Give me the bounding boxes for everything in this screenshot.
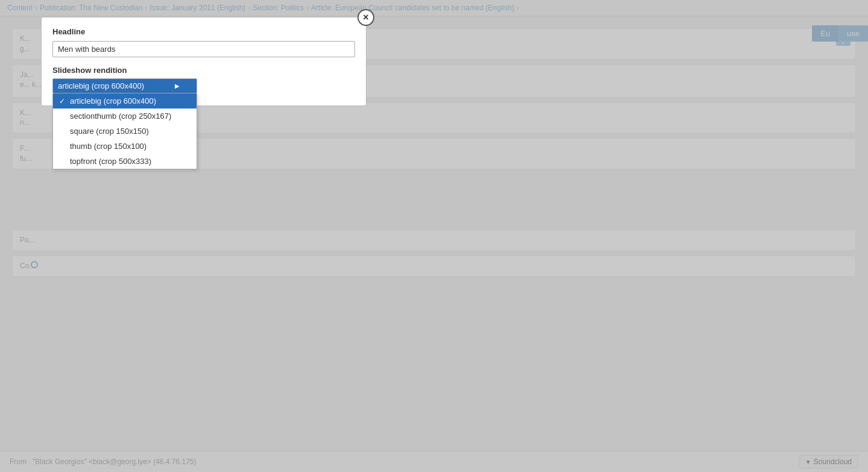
option-label-square: square (crop 150x150): [70, 127, 149, 136]
headline-input[interactable]: [52, 41, 355, 57]
selected-option-label: articlebig (crop 600x400): [58, 81, 144, 90]
dropdown-option-articlebig[interactable]: ✓ articlebig (crop 600x400): [53, 93, 197, 109]
checkmark-icon: ✓: [59, 97, 68, 105]
dropdown-option-sectionthumb[interactable]: sectionthumb (crop 250x167): [53, 109, 197, 124]
option-label-articlebig: articlebig (crop 600x400): [70, 96, 156, 105]
option-label-sectionthumb: sectionthumb (crop 250x167): [70, 112, 171, 121]
close-button[interactable]: ×: [357, 9, 374, 26]
dropdown-option-square[interactable]: square (crop 150x150): [53, 124, 197, 139]
option-label-thumb: thumb (crop 150x100): [70, 142, 146, 151]
dropdown-arrow-icon: ▶: [175, 83, 180, 89]
headline-label: Headline: [52, 27, 355, 36]
dropdown-option-thumb[interactable]: thumb (crop 150x100): [53, 139, 197, 154]
dropdown-selected-item[interactable]: articlebig (crop 600x400) ▶: [52, 78, 197, 93]
dropdown-list: ✓ articlebig (crop 600x400) sectionthumb…: [52, 93, 197, 169]
rendition-dropdown[interactable]: articlebig (crop 600x400) ▶ ✓ articlebig…: [52, 78, 197, 93]
dropdown-option-topfront[interactable]: topfront (crop 500x333): [53, 154, 197, 169]
modal-dialog: × Headline Slideshow rendition articlebi…: [41, 17, 366, 106]
slideshow-label: Slideshow rendition: [52, 66, 355, 75]
option-label-topfront: topfront (crop 500x333): [70, 157, 151, 166]
